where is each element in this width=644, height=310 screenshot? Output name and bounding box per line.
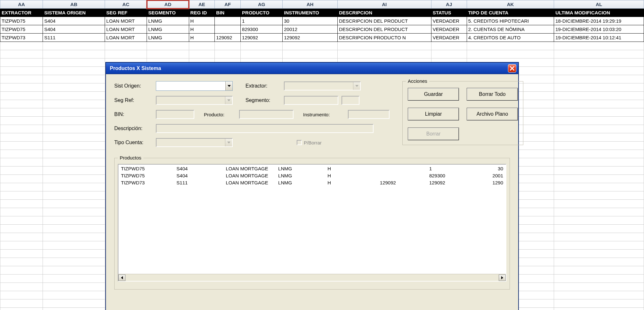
bin-field — [156, 110, 194, 119]
col-letter[interactable]: AK — [467, 0, 554, 9]
productos-legend: Productos — [118, 155, 143, 160]
pborrar-checkbox: P/Borrar — [297, 140, 322, 145]
extractor-select — [284, 81, 361, 90]
productos-x-sistema-dialog: Productos X Sistema Sist Origen: Extract… — [106, 62, 519, 310]
col-header: BIN — [215, 9, 241, 17]
sist-origen-select[interactable] — [156, 81, 233, 91]
label-extractor: Extractor: — [246, 83, 284, 89]
horizontal-scrollbar[interactable] — [118, 274, 506, 281]
producto-field — [239, 110, 294, 119]
productos-group: Productos TIZPWD75S404LOAN MORTGAGELNMGH… — [114, 158, 510, 290]
col-header: SEG REF — [105, 9, 147, 17]
segmento-field — [284, 96, 338, 105]
col-letter[interactable]: AE — [189, 0, 215, 9]
scroll-left-icon[interactable] — [118, 275, 125, 281]
col-letter[interactable]: AG — [241, 0, 283, 9]
col-letter[interactable]: AA — [0, 0, 43, 9]
segmento-code-field — [342, 96, 359, 105]
col-header: SISTEMA ORIGEN — [43, 9, 105, 17]
dialog-titlebar[interactable]: Productos X Sistema — [106, 63, 518, 74]
col-letter[interactable]: AD — [147, 0, 189, 9]
list-item[interactable]: TIZPWD73S111LOAN MORTGAGELNMGH1290921290… — [121, 180, 503, 187]
label-tipo-cuenta: Tipo Cuenta: — [114, 140, 156, 145]
acciones-group: Acciones Guardar Borrar Todo Limpiar Arc… — [402, 81, 523, 145]
archivo-plano-button[interactable]: Archivo Plano — [467, 108, 518, 120]
borrar-button: Borrar — [408, 128, 459, 140]
col-header: TIPO DE CUENTA — [467, 9, 554, 17]
chevron-down-icon — [225, 97, 232, 104]
col-letter[interactable]: AL — [554, 0, 644, 9]
chevron-down-icon — [353, 82, 360, 90]
list-item[interactable]: TIZPWD75S404LOAN MORTGAGELNMGH130 — [121, 166, 503, 173]
table-row[interactable]: TIZPWD73S111LOAN MORTLNMGH12909212909212… — [0, 34, 644, 42]
acciones-legend: Acciones — [406, 78, 429, 84]
dialog-title: Productos X Sistema — [108, 66, 161, 71]
col-letter[interactable]: AB — [43, 0, 105, 9]
col-header: INSTRUMENTO — [283, 9, 338, 17]
table-row[interactable]: TIZPWD75S404LOAN MORTLNMGH130DESCRIPCION… — [0, 17, 644, 25]
label-producto: Producto: — [204, 112, 239, 117]
col-header: STATUS — [431, 9, 467, 17]
limpiar-button[interactable]: Limpiar — [408, 108, 459, 120]
col-header: PRODUCTO — [241, 9, 283, 17]
borrar-todo-button[interactable]: Borrar Todo — [467, 88, 518, 101]
instrumento-field — [348, 110, 390, 119]
col-letter[interactable]: AF — [215, 0, 241, 9]
label-instrumento: Instrumento: — [303, 112, 348, 117]
chevron-down-icon — [225, 139, 232, 146]
col-header: REG ID — [189, 9, 215, 17]
label-bin: BIN: — [114, 112, 156, 117]
guardar-button[interactable]: Guardar — [408, 88, 459, 101]
label-seg-ref: Seg Ref: — [114, 97, 156, 103]
seg-ref-select — [156, 96, 233, 105]
label-segmento: Segmento: — [246, 97, 284, 103]
label-sist-origen: Sist Origen: — [114, 83, 156, 89]
col-letter[interactable]: AJ — [431, 0, 467, 9]
scroll-right-icon[interactable] — [499, 275, 506, 281]
col-letter[interactable]: AC — [105, 0, 147, 9]
col-header: SEGMENTO — [147, 9, 189, 17]
tipo-cuenta-select — [156, 138, 233, 147]
chevron-down-icon[interactable] — [225, 81, 232, 90]
label-descripcion: Descripción: — [114, 126, 156, 131]
close-icon[interactable] — [508, 64, 516, 73]
col-letter[interactable]: AH — [283, 0, 338, 9]
col-header: DESCRIPCION — [337, 9, 431, 17]
col-header: ULTIMA MODIFICACION — [554, 9, 644, 17]
productos-listbox[interactable]: TIZPWD75S404LOAN MORTGAGELNMGH130TIZPWD7… — [118, 164, 506, 282]
table-row[interactable]: TIZPWD75S404LOAN MORTLNMGH82930020012DES… — [0, 25, 644, 34]
list-item[interactable]: TIZPWD75S404LOAN MORTGAGELNMGH8293002001 — [121, 173, 503, 180]
col-header: EXTRACTOR — [0, 9, 43, 17]
col-letter[interactable]: AI — [337, 0, 431, 9]
descripcion-field — [156, 124, 374, 133]
checkbox-icon — [297, 140, 302, 145]
